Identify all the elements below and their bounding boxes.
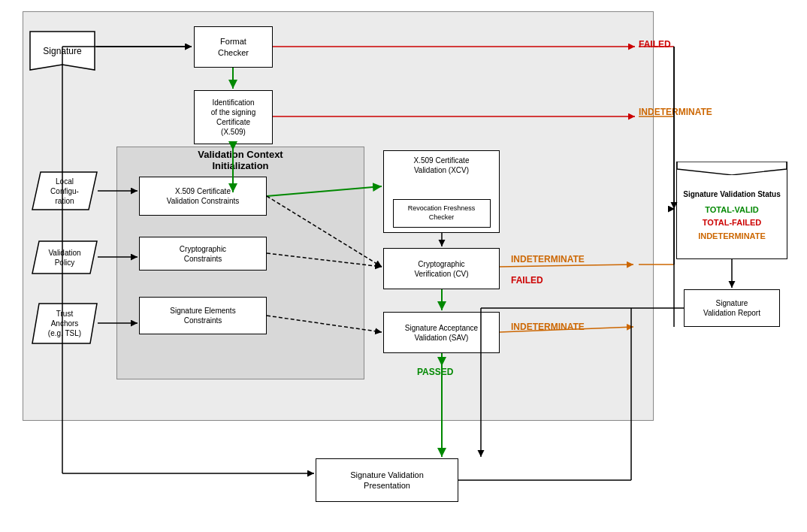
crypto-constraints-label: Cryptographic Constraints <box>180 244 226 264</box>
sig-validation-presentation-label: Signature Validation Presentation <box>350 470 424 491</box>
sig-elements-label: Signature Elements Constraints <box>170 306 235 325</box>
identification-label: Identification of the signing Certificat… <box>211 98 256 137</box>
format-checker-label: Format Checker <box>218 36 249 58</box>
total-valid-label: TOTAL-VALID <box>683 204 780 217</box>
indeterminate-label-1: INDETERMINATE <box>639 107 712 117</box>
cv-result-labels: INDETERMINATE FAILED <box>511 254 585 275</box>
validation-policy-label: Validation Policy <box>48 248 80 268</box>
identification-box: Identification of the signing Certificat… <box>194 90 273 144</box>
indeterminate-label: INDETERMINATE <box>683 230 780 243</box>
xcv-box: X.509 Certificate Validation (XCV) Revoc… <box>383 150 500 233</box>
indeterminate-label-3: INDETERMINATE <box>511 322 585 332</box>
revocation-box: Revocation Freshness Checker <box>393 199 491 228</box>
cv-label: Cryptographic Verification (CV) <box>414 259 468 279</box>
cv-box: Cryptographic Verification (CV) <box>383 248 500 289</box>
signature-box: Signature <box>29 30 96 71</box>
sig-validation-presentation-box: Signature Validation Presentation <box>316 458 458 502</box>
xcv-label: X.509 Certificate Validation (XCV) <box>414 156 470 175</box>
revocation-label: Revocation Freshness Checker <box>408 204 476 222</box>
trust-anchors-label: Trust Anchors (e.g. TSL) <box>48 309 81 338</box>
trust-anchors-box: Trust Anchors (e.g. TSL) <box>32 303 98 344</box>
sig-elements-box: Signature Elements Constraints <box>139 297 267 334</box>
passed-label: PASSED <box>417 367 453 377</box>
local-config-box: Local Configu- ration <box>32 171 98 210</box>
xcv-constraints-box: X.509 Certificate Validation Constraints <box>139 177 267 216</box>
crypto-constraints-box: Cryptographic Constraints <box>139 237 267 271</box>
sav-box: Signature Acceptance Validation (SAV) <box>383 312 500 353</box>
failed-label-1: FAILED <box>639 39 671 50</box>
diagram-container: Signature Format Checker Identification … <box>0 0 807 532</box>
validation-context-title: Validation Context Initialization <box>124 150 357 169</box>
failed-label-2: FAILED <box>511 275 585 286</box>
sig-validation-report-box: Signature Validation Report <box>684 289 780 327</box>
xcv-constraints-label: X.509 Certificate Validation Constraints <box>167 186 240 206</box>
signature-label: Signature <box>43 46 81 56</box>
sig-validation-report-label: Signature Validation Report <box>703 298 760 318</box>
total-failed-label: TOTAL-FAILED <box>683 216 780 230</box>
validation-policy-box: Validation Policy <box>32 240 98 274</box>
sig-validation-status-box: Signature Validation Status TOTAL-VALID … <box>676 162 787 259</box>
sig-validation-status-label: Signature Validation Status <box>683 189 780 201</box>
sav-label: Signature Acceptance Validation (SAV) <box>405 323 478 343</box>
format-checker-box: Format Checker <box>194 26 273 68</box>
local-config-label: Local Configu- ration <box>50 177 79 206</box>
indeterminate-label-2: INDETERMINATE <box>511 254 585 264</box>
